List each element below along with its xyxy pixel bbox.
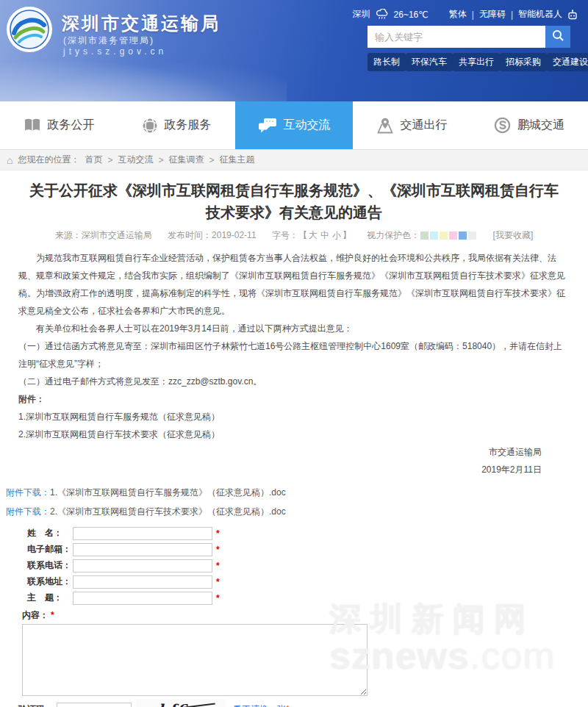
phone-label: 联系电话： [27, 559, 73, 572]
eye-protection-label: 视力保护色： [367, 230, 420, 240]
site-title: 深圳市交通运输局 [62, 12, 220, 35]
search-input[interactable] [368, 26, 545, 48]
email-label: 电子邮箱： [27, 543, 73, 556]
quick-link-bidding[interactable]: 招标采购 [500, 53, 547, 71]
meta-source: 来源：深圳市交通运输局 [55, 230, 152, 240]
subject-field[interactable] [73, 592, 212, 605]
article-body: 为规范我市互联网租赁自行车企业经营活动，保护租赁各方当事人合法权益，维护良好的社… [0, 249, 588, 478]
site-banner: 深圳市交通运输局 (深圳市港务管理局) jtys.sz.gov.cn 深圳 26… [0, 0, 588, 101]
quick-links: 路长制 环保汽车 共享出行 招标采购 交通建设 [368, 53, 570, 71]
meta-font-size: 字号：【大中小】 [272, 230, 351, 240]
required-mark: * [216, 545, 220, 555]
attachment-downloads: 附件下载：1.《深圳市互联网租赁自行车服务规范》（征求意见稿）.doc 附件下载… [0, 483, 588, 521]
main-nav: 政务公开 政务服务 [0, 101, 588, 150]
attachment-list-item: 2.深圳市互联网租赁自行车技术要求（征求意见稿） [18, 426, 570, 443]
phone-field[interactable] [73, 559, 212, 573]
tab-label: 鹏城交通 [517, 118, 564, 133]
eye-color-swatch[interactable] [459, 232, 467, 240]
form-row-email: 电子邮箱： * [18, 542, 588, 557]
breadcrumb-separator [158, 155, 163, 165]
topbar-divider [511, 10, 513, 20]
article: 关于公开征求《深圳市互联网租赁自行车服务规范》、《深圳市互联网租赁自行车技术要求… [0, 179, 588, 707]
site-subtitle: (深圳市港务管理局) [63, 35, 154, 47]
favorite-link[interactable]: [我要收藏] [493, 230, 534, 240]
search-icon [552, 29, 564, 44]
site-url: jtys.sz.gov.cn [63, 46, 167, 57]
eye-color-swatch[interactable] [440, 232, 448, 240]
open-book-icon [24, 118, 41, 133]
link-smart-robot[interactable]: 智能机器人 [518, 8, 562, 21]
required-mark: * [216, 561, 220, 571]
home-icon: ⌂ [7, 155, 12, 165]
feedback-form: 姓 名： * 电子邮箱： * 联系电话： * 联系地址： * 主 题： [0, 525, 588, 707]
captcha-input[interactable] [57, 703, 132, 707]
eye-color-swatch[interactable] [420, 232, 429, 240]
breadcrumb-item-topic[interactable]: 征集主题 [220, 154, 255, 166]
font-size-large[interactable]: 大 [309, 230, 318, 240]
handshake-icon [142, 118, 158, 134]
page: 深圳市交通运输局 (深圳市港务管理局) jtys.sz.gov.cn 深圳 26… [0, 0, 588, 707]
temperature: 26~16℃ [394, 10, 429, 20]
tab-label: 互动交流 [284, 118, 331, 133]
attachment-file-name: 1.《深圳市互联网租赁自行车服务规范》（征求意见稿）.doc [50, 487, 286, 498]
search-bar [368, 26, 570, 48]
breadcrumb-item-home[interactable]: 首页 [85, 154, 102, 166]
robot-icon [567, 10, 578, 20]
tab-pengcheng-traffic[interactable]: 鹏城交通 [470, 101, 588, 149]
breadcrumb-separator [209, 155, 215, 165]
required-mark: * [216, 593, 220, 603]
quick-link-road-chief[interactable]: 路长制 [368, 53, 406, 71]
content-label-row: 内容：* [18, 609, 588, 622]
meta-source-value: 深圳市交通运输局 [82, 230, 152, 240]
bureau-logo-icon [6, 6, 53, 53]
attachment-download-link-1[interactable]: 附件下载：1.《深圳市互联网租赁自行车服务规范》（征求意见稿）.doc [6, 483, 588, 502]
attachment-download-link-2[interactable]: 附件下载：2.《深圳市互联网租赁自行车技术要求》（征求意见稿）.doc [6, 502, 588, 521]
address-label: 联系地址： [27, 575, 73, 588]
subject-label: 主 题： [27, 592, 73, 604]
tab-government-services[interactable]: 政务服务 [118, 101, 235, 149]
captcha-refresh-label: 看不清换一张 [233, 704, 286, 707]
breadcrumb-item-survey[interactable]: 征集调查 [169, 154, 204, 166]
required-mark: * [286, 704, 290, 707]
eye-color-swatch[interactable] [468, 232, 476, 240]
attachment-download-label: 附件下载： [6, 487, 50, 498]
font-size-suffix: 】 [343, 230, 351, 240]
tab-traffic-travel[interactable]: 交通出行 [353, 101, 470, 149]
tab-government-disclosure[interactable]: 政务公开 [0, 101, 118, 149]
captcha-image[interactable]: xhf6wn [136, 699, 226, 707]
form-row-name: 姓 名： * [18, 525, 588, 541]
attachment-file-name: 2.《深圳市互联网租赁自行车技术要求》（征求意见稿）.doc [50, 506, 286, 517]
paragraph: （一）通过信函方式将意见寄至：深圳市福田区竹子林紫竹七道16号公路主枢纽管理控制… [18, 337, 570, 373]
tab-label: 政务公开 [48, 118, 95, 133]
name-field[interactable] [73, 527, 212, 540]
search-button[interactable] [545, 26, 570, 48]
weather-icon [376, 9, 389, 20]
link-accessibility[interactable]: 无障碍 [479, 8, 506, 21]
breadcrumb-item-interactive[interactable]: 互动交流 [118, 154, 153, 166]
font-size-small[interactable]: 小 [332, 230, 341, 240]
font-size-medium[interactable]: 中 [320, 230, 329, 240]
article-meta: 来源：深圳市交通运输局 发布时间：2019-02-11 字号：【大中小】 视力保… [0, 229, 588, 242]
signoff-agency: 市交通运输局 [18, 443, 570, 461]
quick-link-construction[interactable]: 交通建设 [547, 53, 588, 71]
eye-color-swatch[interactable] [449, 232, 457, 240]
tab-interactive-exchange[interactable]: 互动交流 [235, 101, 353, 149]
quick-link-shared-travel[interactable]: 共享出行 [453, 53, 500, 71]
name-label: 姓 名： [27, 527, 73, 539]
link-traditional-chinese[interactable]: 繁体 [449, 8, 467, 21]
quick-link-eco-vehicle[interactable]: 环保汽车 [406, 53, 453, 71]
captcha-refresh-link[interactable]: 看不清换一张* [233, 703, 290, 707]
eye-color-swatch[interactable] [430, 232, 438, 240]
content-textarea[interactable] [22, 624, 368, 696]
breadcrumb-prefix: 您现在的位置： [18, 154, 79, 166]
breadcrumb-separator [107, 155, 112, 165]
required-mark: * [216, 528, 220, 539]
tab-label: 政务服务 [165, 118, 212, 133]
email-field[interactable] [73, 543, 212, 556]
signoff-date: 2019年2月11日 [18, 461, 570, 478]
chat-bubbles-icon [258, 118, 277, 134]
address-field[interactable] [73, 575, 212, 589]
topbar: 深圳 26~16℃ 繁体 无障碍 智能机器人 [353, 8, 578, 21]
paragraph: 为规范我市互联网租赁自行车企业经营活动，保护租赁各方当事人合法权益，维护良好的社… [18, 249, 570, 320]
form-row-subject: 主 题： * [18, 590, 588, 606]
